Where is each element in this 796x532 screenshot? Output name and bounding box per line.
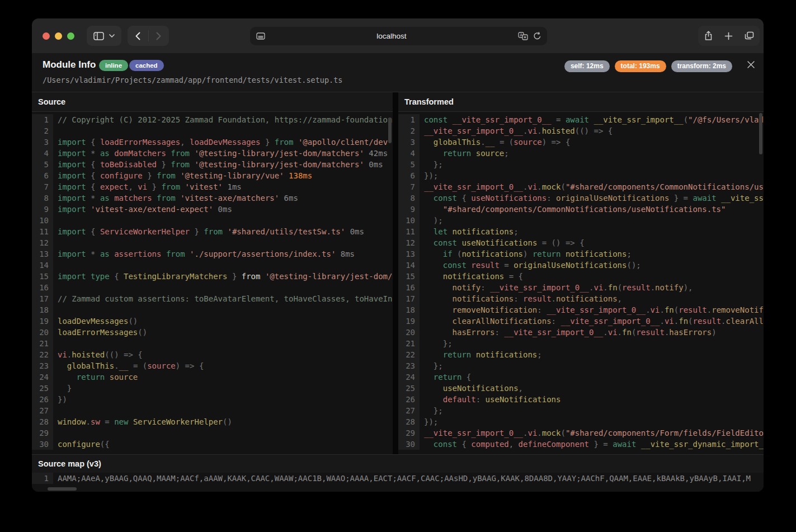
- code-line: 27 };: [398, 405, 764, 416]
- code-line: 14: [32, 260, 393, 271]
- code-line: 8import * as matchers from 'vitest-axe/m…: [32, 192, 393, 204]
- address-bar[interactable]: localhost A: [250, 27, 547, 45]
- sidebar-toggle-button[interactable]: [87, 26, 121, 46]
- source-code: 1// Copyright (C) 2012-2025 Zammad Found…: [32, 112, 393, 454]
- code-line: 1// Copyright (C) 2012-2025 Zammad Found…: [32, 114, 393, 125]
- code-line: 1const __vite_ssr_import_0__ = await __v…: [398, 114, 764, 125]
- share-icon[interactable]: [699, 26, 718, 46]
- code-line: 27: [32, 405, 393, 416]
- code-line: 21 };: [398, 338, 764, 349]
- code-line: 25 }: [32, 383, 393, 394]
- code-line: 3import { loadErrorMessages, loadDevMess…: [32, 136, 393, 148]
- code-line: 12 const useNotifications = () => {: [398, 237, 764, 248]
- cached-badge: cached: [129, 60, 164, 71]
- source-pane-title: Source: [32, 92, 393, 112]
- traffic-light-close[interactable]: [43, 32, 50, 40]
- sourcemap-hscrollbar[interactable]: [48, 487, 77, 491]
- new-tab-icon[interactable]: [719, 26, 738, 46]
- code-line: 26 default: useNotifications: [398, 394, 764, 405]
- code-line: 20 hasErrors: __vite_ssr_import_0__.vi.f…: [398, 327, 764, 338]
- close-icon[interactable]: [745, 59, 756, 70]
- transformed-pane: Transformed 1const __vite_ssr_import_0__…: [398, 92, 764, 454]
- code-line: 13 if (notifications) return notificatio…: [398, 248, 764, 260]
- code-line: 9import 'vitest-axe/extend-expect' 0ms: [32, 204, 393, 215]
- code-line: 16 notify: __vite_ssr_import_0__.vi.fn(r…: [398, 282, 764, 293]
- code-line: 17// Zammad custom assertions: toBeAvata…: [32, 293, 393, 304]
- code-line: 19 clearAllNotifications: __vite_ssr_imp…: [398, 316, 764, 327]
- code-line: 5import { toBeDisabled } from '@testing-…: [32, 159, 393, 170]
- code-line: 6});: [398, 170, 764, 181]
- code-line: 12: [32, 237, 393, 248]
- code-line: 5 };: [398, 159, 764, 170]
- code-line: 13import * as assertions from './support…: [32, 248, 393, 260]
- code-line: 2: [32, 125, 393, 136]
- sourcemap-line-number: 1: [32, 473, 53, 484]
- code-line: 24 return source: [32, 371, 393, 383]
- timing-metrics: self: 12ms total: 193ms transform: 2ms: [564, 60, 732, 72]
- code-line: 18: [32, 304, 393, 316]
- code-line: 15import type { TestingLibraryMatchers }…: [32, 271, 393, 282]
- code-line: 23 globalThis.__ = (source) => {: [32, 360, 393, 371]
- code-line: 7__vite_ssr_import_0__.vi.mock("#shared/…: [398, 181, 764, 192]
- code-line: 4 return source;: [398, 148, 764, 159]
- back-button[interactable]: [128, 26, 148, 46]
- code-line: 16: [32, 282, 393, 293]
- code-line: 3 globalThis.__ = (source) => {: [398, 136, 764, 148]
- code-line: 29: [32, 427, 393, 439]
- module-file-path: /Users/vladimir/Projects/zammad/app/fron…: [43, 76, 342, 84]
- code-line: 17 notifications: result.notifications,: [398, 293, 764, 304]
- forward-button[interactable]: [149, 26, 169, 46]
- code-line: 26}): [32, 394, 393, 405]
- code-line: 28});: [398, 416, 764, 427]
- code-line: 7import { expect, vi } from 'vitest' 1ms: [32, 181, 393, 192]
- code-line: 11 let notifications;: [398, 226, 764, 237]
- reader-icon[interactable]: [250, 32, 265, 40]
- code-line: 30configure({: [32, 439, 393, 450]
- sidebar-icon: [93, 32, 104, 40]
- code-line: 24 return {: [398, 371, 764, 383]
- code-line: 15 notifications = {: [398, 271, 764, 282]
- sourcemap-mappings: AAMA;AAeA,yBAAG,QAAQ,MAAM;AACf,aAAW,KAAK…: [53, 473, 764, 484]
- transformed-scrollbar[interactable]: [759, 113, 762, 154]
- code-line: 11import { ServiceWorkerHelper } from '#…: [32, 226, 393, 237]
- browser-window: localhost A: [32, 18, 764, 492]
- code-line: 10 );: [398, 215, 764, 226]
- code-line: 25 useNotifications,: [398, 383, 764, 394]
- code-line: 4import * as domMatchers from '@testing-…: [32, 148, 393, 159]
- toolbar-right-group: [698, 26, 760, 46]
- pane-divider[interactable]: [393, 92, 398, 454]
- self-time-badge: self: 12ms: [564, 60, 610, 72]
- code-line: 20loadErrorMessages(): [32, 327, 393, 338]
- code-line: 23 };: [398, 360, 764, 371]
- page-title: Module Info: [43, 59, 96, 70]
- sourcemap-title: Source map (v3): [32, 455, 764, 473]
- transformed-code: 1const __vite_ssr_import_0__ = await __v…: [398, 112, 764, 454]
- traffic-light-minimize[interactable]: [55, 32, 62, 40]
- source-pane: Source 1// Copyright (C) 2012-2025 Zamma…: [32, 92, 393, 454]
- transformed-pane-title: Transformed: [398, 92, 764, 112]
- code-line: 30 const { computed, defineComponent } =…: [398, 439, 764, 450]
- reload-icon[interactable]: [533, 32, 541, 40]
- code-line: 22vi.hoisted(() => {: [32, 349, 393, 360]
- code-line: 18 removeNotification: __vite_ssr_import…: [398, 304, 764, 316]
- code-line: 19loadDevMessages(): [32, 316, 393, 327]
- code-line: 8 const { useNotifications: originalUseN…: [398, 192, 764, 204]
- inline-badge: inline: [99, 60, 128, 71]
- nav-button-group: [128, 26, 169, 46]
- sourcemap-body: 1 AAMA;AAeA,yBAAG,QAAQ,MAAM;AACf,aAAW,KA…: [32, 473, 764, 492]
- code-panes: Source 1// Copyright (C) 2012-2025 Zamma…: [32, 92, 764, 454]
- code-line: 21: [32, 338, 393, 349]
- code-line: 9 "#shared/components/CommonNotification…: [398, 204, 764, 215]
- code-line: 22 return notifications;: [398, 349, 764, 360]
- translate-icon[interactable]: A: [518, 32, 528, 40]
- code-line: 29__vite_ssr_import_0__.vi.mock("#shared…: [398, 427, 764, 439]
- transform-time-badge: transform: 2ms: [671, 60, 732, 72]
- module-info-header: Module Info inline cached /Users/vladimi…: [32, 53, 764, 92]
- code-line: 2__vite_ssr_import_0__.vi.hoisted(() => …: [398, 125, 764, 136]
- source-scrollbar[interactable]: [388, 117, 392, 143]
- code-line: 6import { configure } from '@testing-lib…: [32, 170, 393, 181]
- traffic-light-zoom[interactable]: [67, 32, 74, 40]
- url-text[interactable]: localhost: [265, 32, 518, 40]
- tab-overview-icon[interactable]: [740, 26, 759, 46]
- total-time-badge: total: 193ms: [615, 60, 666, 72]
